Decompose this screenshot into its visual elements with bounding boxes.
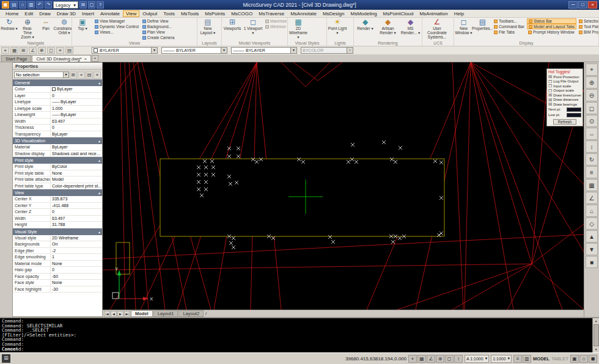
section-header-general[interactable]: General▴ (13, 79, 102, 86)
zoom-extents-icon[interactable]: ⊙ (586, 115, 598, 127)
annotation-icon[interactable]: ▣ (570, 355, 579, 363)
properties-menu-icon[interactable]: ≡ (94, 71, 101, 79)
next-view-icon[interactable]: ▼ (586, 243, 598, 255)
property-value-color[interactable]: ByLayer (51, 86, 102, 92)
new-tab-button[interactable]: + (92, 55, 98, 62)
angle-icon[interactable]: ∠ (29, 47, 37, 54)
property-value-edge-smoothing[interactable]: 1 (51, 254, 102, 260)
menu-help[interactable]: Help (451, 10, 467, 17)
ribbon-item-background[interactable]: Background... (141, 24, 175, 29)
lineweight-icon[interactable]: ≡ (513, 355, 522, 363)
next-pt-input[interactable] (567, 107, 581, 112)
property-value-center-y[interactable]: -411.488 (51, 203, 102, 209)
ribbon-button-viewports[interactable]: ⊞Viewports (222, 18, 242, 31)
property-value-linetype-scale[interactable]: 1.000 (51, 106, 102, 112)
undo-icon[interactable]: ↶ (36, 1, 43, 9)
ribbon-button-redraw[interactable]: ↻Redraw ▾ (1, 18, 18, 31)
menu-msannotate[interactable]: MsAnnotate (287, 10, 320, 17)
property-value-print-style-table[interactable]: None (51, 170, 102, 177)
property-value-shadow-display[interactable]: Shadows cast and rece... (51, 151, 102, 157)
menu-annotate[interactable]: Annotate (97, 10, 123, 17)
ribbon-item-selection-filter[interactable]: Selection Filter (578, 18, 598, 24)
ribbon-item-toolbars[interactable]: Toolbars... (493, 18, 526, 24)
menu-msdesign[interactable]: MsDesign (320, 10, 348, 17)
property-value-lineweight[interactable]: ——ByLayer (51, 112, 102, 118)
open-icon[interactable]: ⌂ (19, 1, 26, 9)
quick-select-icon[interactable]: ⊞ (70, 71, 77, 79)
block-icon[interactable]: ◻ (47, 47, 55, 54)
last-tab-icon[interactable]: ▶| (124, 311, 130, 317)
scroll-up-icon[interactable]: ▲ (595, 318, 597, 324)
ribbon-button-pan[interactable]: ⇔Pan (37, 18, 54, 31)
property-value-material-mode[interactable]: None (51, 261, 102, 267)
ribbon-item-dynamic-view-control[interactable]: Dynamic View Control (94, 24, 140, 29)
menu-view[interactable]: View (123, 10, 139, 17)
hot-toggle-draw-lines-curves[interactable]: ☒Draw lines/curves (548, 93, 581, 98)
ribbon-button-real-time-zoom[interactable]: ⊕Real-Time Zoom ▾ (19, 18, 36, 39)
minimize-button[interactable]: ─ (568, 1, 578, 9)
toggle-pickadd-icon[interactable]: ▤ (86, 71, 93, 79)
menu-mspointcloud[interactable]: MsPointCloud (380, 10, 417, 17)
menu-msanimation[interactable]: MsAnimation (416, 10, 450, 17)
close-button[interactable]: × (588, 1, 597, 9)
property-value-backgrounds[interactable]: On (51, 241, 102, 247)
printstyle-dropdown[interactable]: BYCOLOR▾ (301, 47, 353, 54)
refresh-button[interactable]: Refresh (553, 119, 576, 125)
tablet-indicator[interactable]: TABLET (551, 356, 568, 362)
section-header-3d-visualization[interactable]: 3D Visualization▴ (13, 137, 102, 144)
lock-icon[interactable]: ◼ (589, 355, 597, 363)
menu-edit[interactable]: Edit (21, 10, 36, 17)
scroll-thumb[interactable] (593, 324, 599, 346)
plot-icon[interactable]: ◻ (88, 1, 95, 9)
menu-mspoints[interactable]: MsPoints (202, 10, 228, 17)
property-value-height[interactable]: 31.788 (51, 222, 102, 228)
property-value-visual-style[interactable]: 2D Wireframe (51, 235, 102, 241)
drawing-canvas[interactable]: YX Hot Toggles! ☒Point Protection☐Log Fi… (103, 62, 584, 310)
property-value-print-style[interactable]: ByColor (51, 164, 102, 170)
low-pt-input[interactable] (567, 113, 581, 117)
menu-insert[interactable]: Insert (79, 10, 97, 17)
save-icon[interactable]: ▥ (28, 1, 35, 9)
menu-home[interactable]: Home (2, 10, 21, 17)
select-icon[interactable]: ⌖ (586, 64, 598, 76)
grid-icon[interactable]: ▦ (586, 179, 598, 191)
properties-palette-header[interactable]: Properties (13, 63, 102, 70)
selection-dropdown[interactable]: No selection ▾ (14, 71, 69, 78)
ribbon-item-model-and-layout-tabs[interactable]: Model and Layout Tabs (527, 24, 576, 29)
transparency-icon[interactable]: ▥ (523, 355, 531, 363)
menu-mstraverse[interactable]: MsTraverse (255, 10, 287, 17)
help-icon[interactable]: ? (97, 1, 104, 9)
section-header-view[interactable]: View▴ (13, 189, 102, 196)
workspace-switcher[interactable]: Legacy▾ (53, 1, 78, 9)
ortho-icon[interactable]: ∠ (427, 355, 435, 363)
maximize-button[interactable]: □ (578, 1, 587, 9)
ribbon-item-prompt-history-window[interactable]: Prompt History Window (527, 29, 576, 35)
print-icon[interactable]: ⊞ (79, 1, 87, 9)
explore-icon[interactable]: ⊕ (38, 47, 46, 54)
property-value-face-style[interactable]: None (51, 280, 102, 286)
ribbon-item-views[interactable]: Views... (94, 29, 140, 35)
hot-toggle-input-scale[interactable]: ☐Input scale (548, 84, 581, 89)
first-tab-icon[interactable]: |◀ (104, 311, 110, 317)
ribbon-item-status-bar[interactable]: Status Bar (527, 18, 576, 24)
ribbon-button-user-coordinate-systems[interactable]: ∠User Coordinate Systems... (423, 18, 451, 39)
ribbon-button-1-viewport[interactable]: ◻1 Viewport ▾ (243, 18, 263, 35)
menu-draw-3d[interactable]: Draw 3D (54, 10, 79, 17)
file-tab-drawing[interactable]: Civil 3D Drawing.dwg* × (32, 55, 90, 62)
hot-toggle-output-scale[interactable]: ☐Output scale (548, 89, 581, 93)
property-value-print-table-type[interactable]: Color-dependent print st... (51, 183, 102, 189)
pan-vertical-icon[interactable]: ↕ (586, 140, 598, 153)
ribbon-item-define-view[interactable]: Define View (141, 18, 175, 24)
next-tab-icon[interactable]: ▶ (117, 311, 123, 317)
viewport-scale-dropdown[interactable]: 1:1000▾ (491, 355, 512, 363)
hot-toggle-draw-distances[interactable]: ☒Draw distances (548, 98, 581, 103)
ribbon-item-command-bar[interactable]: Command Bar (493, 24, 526, 29)
scroll-down-icon[interactable]: ▼ (595, 347, 597, 352)
layers-icon[interactable]: ▦ (10, 47, 18, 54)
keyboard-icon[interactable]: ⊞ (2, 354, 10, 363)
property-value-edge-jitter[interactable]: -2 (51, 248, 102, 254)
property-value-print-table-attached-to[interactable]: Model (51, 177, 102, 183)
zoom-window-icon[interactable]: ◻ (586, 102, 598, 114)
ribbon-button-properties[interactable]: ▤Properties... (474, 18, 491, 31)
ribbon-button-top[interactable]: ▣Top ▾ (73, 18, 92, 31)
